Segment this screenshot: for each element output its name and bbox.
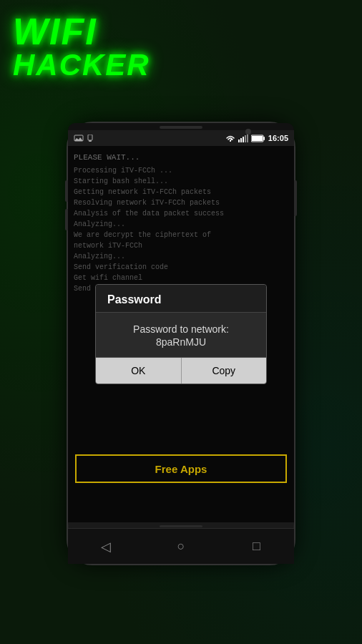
wifi-text: WIFI bbox=[13, 13, 150, 50]
svg-rect-25 bbox=[245, 135, 246, 142]
dialog-title: Password bbox=[96, 285, 266, 313]
svg-rect-20 bbox=[89, 140, 92, 142]
image-notification-icon bbox=[74, 135, 84, 142]
power-button bbox=[294, 180, 297, 216]
phone-notification-icon bbox=[87, 135, 94, 142]
copy-button[interactable]: Copy bbox=[182, 358, 267, 384]
svg-rect-29 bbox=[252, 136, 263, 141]
free-apps-label: Free Apps bbox=[155, 463, 207, 475]
dialog-body: Password to network: 8paRnMJU bbox=[96, 313, 266, 357]
status-right-icons: 16:05 bbox=[225, 134, 288, 142]
app-title: WIFI HACKER bbox=[13, 13, 150, 80]
phone-top bbox=[68, 123, 294, 130]
svg-rect-22 bbox=[238, 140, 240, 142]
status-left-icons bbox=[74, 135, 94, 142]
svg-rect-26 bbox=[247, 134, 248, 142]
front-camera bbox=[245, 129, 251, 135]
status-bar: 16:05 bbox=[68, 130, 294, 146]
svg-rect-23 bbox=[240, 138, 242, 142]
battery-icon bbox=[251, 135, 265, 142]
home-button[interactable]: ○ bbox=[170, 536, 192, 557]
svg-rect-28 bbox=[263, 137, 265, 140]
free-apps-banner[interactable]: Free Apps bbox=[75, 454, 287, 483]
svg-rect-24 bbox=[243, 137, 244, 142]
password-dialog: Password Password to network: 8paRnMJU O… bbox=[95, 284, 267, 384]
back-button[interactable]: ◁ bbox=[95, 536, 117, 557]
time-display: 16:05 bbox=[268, 134, 288, 142]
phone-bottom-bar bbox=[160, 525, 202, 527]
phone-navigation: ◁ ○ □ bbox=[68, 528, 294, 564]
ok-button[interactable]: OK bbox=[96, 358, 182, 384]
phone-device: 16:05 PLEASE WAIT... Processing iTV-FCCh… bbox=[67, 122, 295, 565]
dialog-button-row: OK Copy bbox=[96, 357, 266, 384]
phone-screen: PLEASE WAIT... Processing iTV-FCCh ... S… bbox=[68, 146, 294, 522]
hacker-text: HACKER bbox=[13, 50, 150, 80]
signal-icon bbox=[238, 134, 248, 142]
svg-rect-19 bbox=[88, 135, 92, 140]
wifi-status-icon bbox=[225, 134, 235, 142]
svg-point-21 bbox=[230, 140, 231, 142]
dialog-message: Password to network: 8paRnMJU bbox=[133, 323, 229, 348]
recents-button[interactable]: □ bbox=[245, 536, 267, 557]
phone-speaker bbox=[160, 126, 202, 129]
